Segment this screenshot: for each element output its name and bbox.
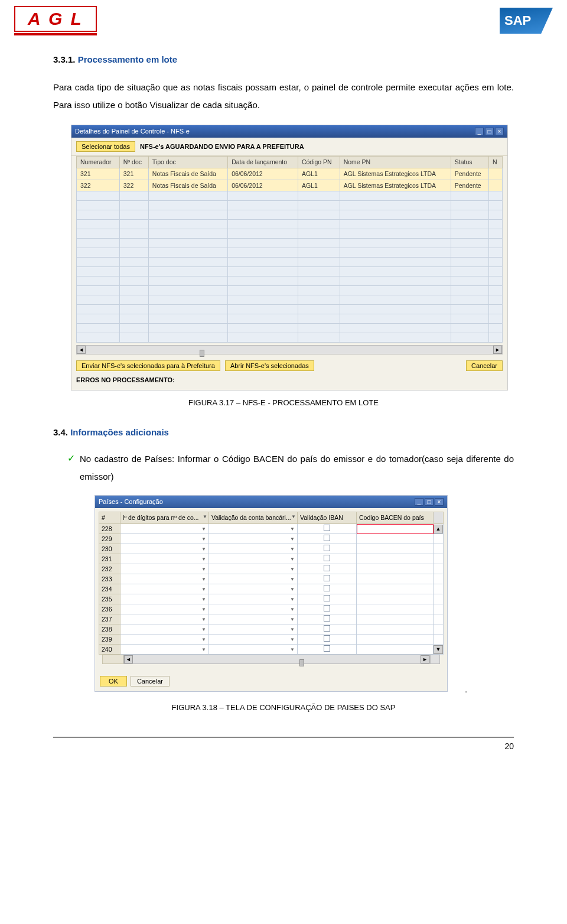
checkbox-icon[interactable] bbox=[324, 545, 330, 551]
col-nomepn[interactable]: Nome PN bbox=[340, 157, 451, 168]
digitos-cell[interactable]: ▼ bbox=[120, 564, 209, 574]
bacen-cell[interactable] bbox=[357, 554, 434, 564]
cfg-horizontal-scrollbar[interactable]: ◄ ► bbox=[123, 655, 430, 664]
table-row[interactable]: 321321Notas Fiscais de Saída06/06/2012AG… bbox=[77, 168, 503, 180]
iban-checkbox-cell[interactable] bbox=[298, 594, 357, 604]
iban-checkbox-cell[interactable] bbox=[298, 584, 357, 594]
bacen-cell[interactable] bbox=[357, 524, 434, 534]
cfg-table-row[interactable]: 231▼▼ bbox=[99, 554, 444, 564]
vscroll-cell[interactable] bbox=[434, 554, 444, 564]
vscroll-cell[interactable]: ▲ bbox=[434, 524, 444, 534]
validacao-conta-cell[interactable]: ▼ bbox=[209, 534, 298, 544]
checkbox-icon[interactable] bbox=[324, 585, 330, 591]
iban-checkbox-cell[interactable] bbox=[298, 564, 357, 574]
validacao-conta-cell[interactable]: ▼ bbox=[209, 564, 298, 574]
col-validacao-conta[interactable]: Validação da conta bancári...▼ bbox=[209, 512, 298, 524]
cfg-table-row[interactable]: 232▼▼ bbox=[99, 564, 444, 574]
bacen-cell[interactable] bbox=[357, 624, 434, 635]
close-button[interactable]: × bbox=[495, 128, 504, 135]
validacao-conta-cell[interactable]: ▼ bbox=[209, 635, 298, 645]
digitos-cell[interactable]: ▼ bbox=[120, 645, 209, 655]
scroll-left-arrow[interactable]: ◄ bbox=[77, 346, 86, 354]
col-ndoc[interactable]: Nº doc bbox=[119, 157, 148, 168]
horizontal-scrollbar[interactable]: ◄ ► bbox=[76, 345, 503, 354]
cfg-scroll-thumb[interactable] bbox=[299, 659, 304, 666]
validacao-conta-cell[interactable]: ▼ bbox=[209, 594, 298, 604]
checkbox-icon[interactable] bbox=[324, 565, 330, 571]
cfg-table-row[interactable]: 229▼▼ bbox=[99, 534, 444, 544]
cfg-table-row[interactable]: 240▼▼▼ bbox=[99, 645, 444, 655]
checkbox-icon[interactable] bbox=[324, 615, 330, 622]
validacao-conta-cell[interactable]: ▼ bbox=[209, 574, 298, 584]
digitos-cell[interactable]: ▼ bbox=[120, 534, 209, 544]
vscroll-cell[interactable] bbox=[434, 614, 444, 624]
col-digitos[interactable]: lº de dígitos para nº de co...▼ bbox=[120, 512, 209, 524]
iban-checkbox-cell[interactable] bbox=[298, 604, 357, 614]
vscroll-cell[interactable] bbox=[434, 544, 444, 554]
checkbox-icon[interactable] bbox=[324, 605, 330, 611]
validacao-conta-cell[interactable]: ▼ bbox=[209, 614, 298, 624]
cfg-table-row[interactable]: 237▼▼ bbox=[99, 614, 444, 624]
cfg-scroll-right[interactable]: ► bbox=[421, 655, 429, 663]
vscroll-cell[interactable] bbox=[434, 604, 444, 614]
scroll-right-arrow[interactable]: ► bbox=[493, 346, 502, 354]
bacen-cell[interactable] bbox=[357, 544, 434, 554]
bacen-cell[interactable] bbox=[357, 614, 434, 624]
table-row[interactable]: 322322Notas Fiscais de Saída06/06/2012AG… bbox=[77, 180, 503, 191]
validacao-conta-cell[interactable]: ▼ bbox=[209, 524, 298, 534]
validacao-conta-cell[interactable]: ▼ bbox=[209, 544, 298, 554]
minimize-button[interactable]: _ bbox=[475, 128, 484, 135]
bacen-cell[interactable] bbox=[357, 584, 434, 594]
checkbox-icon[interactable] bbox=[324, 535, 330, 541]
digitos-cell[interactable]: ▼ bbox=[120, 554, 209, 564]
iban-checkbox-cell[interactable] bbox=[298, 554, 357, 564]
open-button[interactable]: Abrir NFS-e's selecionadas bbox=[225, 360, 314, 371]
vscroll-cell[interactable] bbox=[434, 594, 444, 604]
vscroll-cell[interactable] bbox=[434, 574, 444, 584]
col-codpn[interactable]: Código PN bbox=[298, 157, 340, 168]
scroll-down-arrow[interactable]: ▼ bbox=[434, 645, 443, 654]
vscroll-cell[interactable] bbox=[434, 624, 444, 635]
checkbox-icon[interactable] bbox=[324, 555, 330, 561]
checkbox-icon[interactable] bbox=[324, 645, 330, 652]
col-hash[interactable]: # bbox=[99, 512, 120, 524]
iban-checkbox-cell[interactable] bbox=[298, 524, 357, 534]
cfg-table-row[interactable]: 235▼▼ bbox=[99, 594, 444, 604]
select-all-button[interactable]: Selecionar todas bbox=[76, 141, 135, 152]
scroll-thumb[interactable] bbox=[200, 350, 204, 357]
cfg-table-row[interactable]: 234▼▼ bbox=[99, 584, 444, 594]
digitos-cell[interactable]: ▼ bbox=[120, 574, 209, 584]
iban-checkbox-cell[interactable] bbox=[298, 614, 357, 624]
vscroll-cell[interactable] bbox=[434, 584, 444, 594]
col-n[interactable]: N bbox=[489, 157, 503, 168]
validacao-conta-cell[interactable]: ▼ bbox=[209, 604, 298, 614]
digitos-cell[interactable]: ▼ bbox=[120, 584, 209, 594]
iban-checkbox-cell[interactable] bbox=[298, 544, 357, 554]
cancel-button[interactable]: Cancelar bbox=[466, 360, 503, 371]
digitos-cell[interactable]: ▼ bbox=[120, 604, 209, 614]
cfg-table-row[interactable]: 238▼▼ bbox=[99, 624, 444, 635]
minimize-button-2[interactable]: _ bbox=[415, 498, 423, 506]
iban-checkbox-cell[interactable] bbox=[298, 645, 357, 655]
digitos-cell[interactable]: ▼ bbox=[120, 624, 209, 635]
col-data[interactable]: Data de lançamento bbox=[228, 157, 298, 168]
bacen-cell[interactable] bbox=[357, 645, 434, 655]
iban-checkbox-cell[interactable] bbox=[298, 574, 357, 584]
vscroll-cell[interactable]: ▼ bbox=[434, 645, 444, 655]
col-status[interactable]: Status bbox=[451, 157, 488, 168]
cfg-table-row[interactable]: 239▼▼ bbox=[99, 635, 444, 645]
iban-checkbox-cell[interactable] bbox=[298, 624, 357, 635]
scroll-up-arrow[interactable]: ▲ bbox=[434, 525, 443, 533]
cfg-table-row[interactable]: 230▼▼ bbox=[99, 544, 444, 554]
bacen-cell[interactable] bbox=[357, 635, 434, 645]
col-tipodoc[interactable]: Tipo doc bbox=[148, 157, 227, 168]
digitos-cell[interactable]: ▼ bbox=[120, 594, 209, 604]
bacen-cell[interactable] bbox=[357, 534, 434, 544]
col-validacao-iban[interactable]: Validação IBAN bbox=[298, 512, 357, 524]
bacen-cell[interactable] bbox=[357, 604, 434, 614]
vscroll-cell[interactable] bbox=[434, 564, 444, 574]
col-numerador[interactable]: Numerador bbox=[77, 157, 120, 168]
send-button[interactable]: Enviar NFS-e's selecionadas para à Prefe… bbox=[76, 360, 220, 371]
digitos-cell[interactable]: ▼ bbox=[120, 524, 209, 534]
validacao-conta-cell[interactable]: ▼ bbox=[209, 645, 298, 655]
